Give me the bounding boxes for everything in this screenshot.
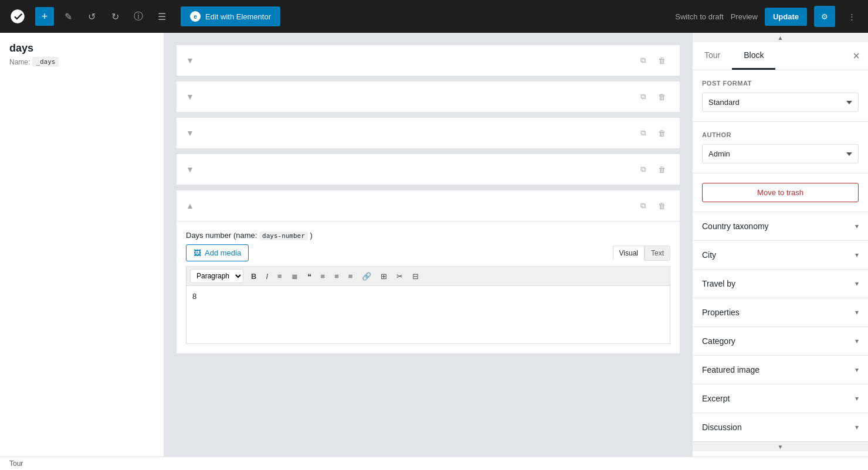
- list-view-button[interactable]: ☰: [152, 7, 171, 26]
- block-actions-3: ⧉ 🗑: [635, 125, 670, 141]
- editor-content: 8: [192, 292, 196, 301]
- block-toggle-4: ▼: [186, 165, 194, 174]
- left-panel: days Name: _days: [0, 33, 164, 470]
- kebab-icon: ⋮: [848, 12, 856, 21]
- align-center-button[interactable]: ≡: [330, 270, 343, 283]
- block-header-3[interactable]: ▼ ⧉ 🗑: [177, 118, 680, 148]
- block-toggle-2: ▼: [186, 92, 194, 101]
- update-button[interactable]: Update: [765, 8, 807, 26]
- block-copy-2[interactable]: ⧉: [635, 88, 652, 105]
- tour-tab[interactable]: Tour: [693, 42, 732, 70]
- special-char-button[interactable]: ✂: [392, 270, 407, 283]
- author-section: AUTHOR Admin: [693, 122, 868, 173]
- align-left-button[interactable]: ≡: [317, 270, 330, 283]
- block-header-1[interactable]: ▼ ⧉ 🗑: [177, 45, 680, 76]
- author-label: AUTHOR: [702, 131, 859, 138]
- align-right-button[interactable]: ≡: [344, 270, 357, 283]
- block-actions-1: ⧉ 🗑: [635, 52, 670, 69]
- block-actions-5: ⧉ 🗑: [635, 197, 670, 214]
- accordion-label-category: Category: [702, 336, 735, 346]
- block-delete-2[interactable]: 🗑: [654, 88, 670, 105]
- scroll-up-arrow[interactable]: ▲: [693, 33, 868, 42]
- edit-with-elementor-button[interactable]: e Edit with Elementor: [181, 6, 280, 26]
- toolbar-right: Switch to draft Preview Update ⚙ ⋮: [675, 6, 861, 27]
- accordion-header-category[interactable]: Category ▾: [693, 327, 868, 355]
- right-panel-tabs: Tour Block ×: [693, 42, 868, 70]
- author-select[interactable]: Admin: [702, 144, 859, 164]
- italic-button[interactable]: I: [262, 270, 272, 283]
- status-bar: Tour: [0, 457, 868, 470]
- accordion-header-excerpt[interactable]: Excerpt ▾: [693, 384, 868, 413]
- move-trash-section: Move to trash: [693, 173, 868, 212]
- block-toggle-5: ▲: [186, 201, 194, 210]
- accordion-header-properties[interactable]: Properties ▾: [693, 298, 868, 326]
- link-button[interactable]: 🔗: [358, 270, 375, 283]
- accordion-city: City ▾: [693, 241, 868, 270]
- settings-button[interactable]: ⚙: [814, 6, 835, 27]
- block-expanded-5: Days number (name: days-number ) 🖼 Add m…: [177, 221, 680, 353]
- switch-to-draft-button[interactable]: Switch to draft: [675, 12, 723, 21]
- accordion-header-city[interactable]: City ▾: [693, 241, 868, 269]
- block-copy-1[interactable]: ⧉: [635, 52, 652, 69]
- more-options-button[interactable]: ⋮: [842, 7, 861, 26]
- block-header-2[interactable]: ▼ ⧉ 🗑: [177, 81, 680, 112]
- editor-area[interactable]: 8: [186, 285, 670, 344]
- block-delete-3[interactable]: 🗑: [654, 125, 670, 141]
- status-bar-text: Tour: [9, 459, 23, 468]
- accordion-label-discussion: Discussion: [702, 423, 742, 432]
- blockquote-button[interactable]: ❝: [303, 270, 316, 283]
- redo-button[interactable]: ↻: [106, 7, 124, 26]
- chevron-down-icon-city: ▾: [855, 251, 859, 259]
- post-name-badge: _days: [32, 57, 59, 67]
- block-delete-4[interactable]: 🗑: [654, 161, 670, 178]
- list-icon: ☰: [158, 11, 166, 22]
- table-button[interactable]: ⊞: [377, 270, 391, 283]
- paragraph-select[interactable]: Paragraph: [190, 269, 243, 283]
- preview-button[interactable]: Preview: [731, 12, 758, 21]
- wp-logo: [7, 6, 28, 27]
- block-delete-5[interactable]: 🗑: [654, 197, 670, 214]
- right-panel: ▲ Tour Block × POST FORMAT Standard Asid…: [692, 33, 868, 470]
- post-format-select[interactable]: Standard Aside Image Video Quote Link: [702, 93, 859, 112]
- block-copy-3[interactable]: ⧉: [635, 125, 652, 141]
- bold-button[interactable]: B: [247, 270, 260, 283]
- block-actions-4: ⧉ 🗑: [635, 161, 670, 178]
- block-item-1: ▼ ⧉ 🗑: [176, 45, 680, 76]
- block-content-5: Days number (name: days-number ) 🖼 Add m…: [177, 222, 680, 353]
- fullscreen-button[interactable]: ⊟: [408, 270, 423, 283]
- pencil-icon: ✎: [65, 11, 72, 22]
- accordion-header-featured-image[interactable]: Featured image ▾: [693, 356, 868, 384]
- scroll-down-arrow[interactable]: ▼: [693, 442, 868, 451]
- unordered-list-button[interactable]: ≡: [273, 270, 286, 283]
- accordion-header-discussion[interactable]: Discussion ▾: [693, 413, 868, 441]
- move-to-trash-button[interactable]: Move to trash: [702, 183, 859, 202]
- add-media-button[interactable]: 🖼 Add media: [186, 244, 249, 261]
- chevron-down-icon-discussion: ▾: [855, 423, 859, 431]
- gear-icon: ⚙: [821, 12, 828, 21]
- add-block-button[interactable]: +: [35, 7, 54, 26]
- tools-button[interactable]: ✎: [59, 7, 77, 26]
- block-delete-1[interactable]: 🗑: [654, 52, 670, 69]
- block-actions-2: ⧉ 🗑: [635, 88, 670, 105]
- block-tab[interactable]: Block: [732, 42, 775, 70]
- post-format-label: POST FORMAT: [702, 80, 859, 87]
- visual-tab[interactable]: Visual: [613, 246, 645, 261]
- block-copy-5[interactable]: ⧉: [635, 197, 652, 214]
- close-panel-button[interactable]: ×: [845, 42, 868, 70]
- info-button[interactable]: ⓘ: [129, 7, 148, 26]
- text-tab[interactable]: Text: [645, 246, 670, 261]
- plus-icon: +: [42, 11, 48, 23]
- add-media-label: Add media: [205, 248, 241, 257]
- undo-button[interactable]: ↺: [82, 7, 101, 26]
- accordion-header-country-taxonomy[interactable]: Country taxonomy ▾: [693, 212, 868, 240]
- ordered-list-button[interactable]: ≣: [287, 270, 302, 283]
- block-copy-4[interactable]: ⧉: [635, 161, 652, 178]
- accordion-travel-by: Travel by ▾: [693, 270, 868, 298]
- block-item-3: ▼ ⧉ 🗑: [176, 117, 680, 149]
- block-header-5[interactable]: ▲ ⧉ 🗑: [177, 190, 680, 221]
- accordion-header-travel-by[interactable]: Travel by ▾: [693, 270, 868, 298]
- accordion-label-country-taxonomy: Country taxonomy: [702, 222, 769, 231]
- block-header-4[interactable]: ▼ ⧉ 🗑: [177, 154, 680, 185]
- accordion-excerpt: Excerpt ▾: [693, 384, 868, 413]
- elementor-icon: e: [190, 11, 201, 22]
